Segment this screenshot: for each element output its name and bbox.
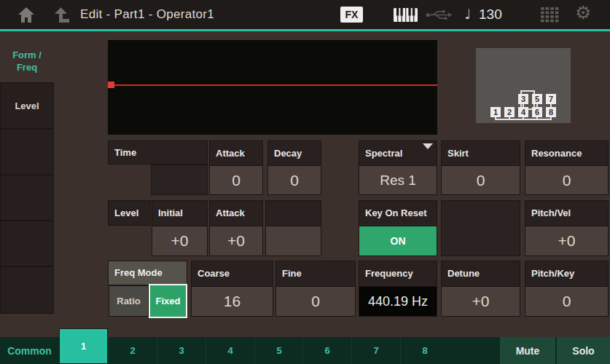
frequency-label: Frequency [359,261,437,287]
resonance-label: Resonance [525,141,608,166]
decay-time-label: Decay [268,141,321,166]
carrier-bus-line [495,119,552,120]
freq-mode-fixed-button[interactable]: Fixed [149,284,187,318]
operator-box-5: 5 [532,94,542,104]
time-section-label: Time [108,141,208,165]
level-section-label: Level [108,200,151,226]
sidebar-tab-empty-3 [0,221,54,266]
unlabeled-level-cell [265,200,321,256]
coarse-label: Coarse [192,261,273,287]
frequency-value[interactable]: 440.19 Hz [359,287,437,316]
operator-tab-8[interactable]: 8 [400,337,449,364]
mute-button[interactable]: Mute [498,337,555,364]
envelope-display[interactable] [108,40,437,135]
dropdown-arrow-icon [423,143,433,149]
attack-level-value[interactable]: +0 [210,226,262,256]
operator-tab-7[interactable]: 7 [351,337,400,364]
page-title: Edit - Part1 - Operator1 [80,0,214,29]
common-tab[interactable]: Common [0,337,59,364]
skirt-cell[interactable]: Skirt 0 [441,141,520,195]
key-on-reset-label: Key On Reset [359,201,437,226]
operator-tab-4[interactable]: 4 [206,337,254,364]
tempo-value[interactable]: 130 [479,7,502,23]
detune-value[interactable]: +0 [442,287,520,316]
initial-level-value[interactable]: +0 [152,226,207,256]
pitch-key-label: Pitch/Key [525,261,608,287]
algorithm-diagram[interactable]: 12468357 [476,48,571,123]
initial-level-cell[interactable]: Initial +0 [152,200,208,256]
pitch-vel-cell[interactable]: Pitch/Vel +0 [525,200,609,256]
operator-tab-2[interactable]: 2 [108,337,157,364]
envelope-curve [111,84,437,86]
solo-button[interactable]: Solo [555,337,610,364]
freq-mode-label: Freq Mode [108,261,187,285]
form-freq-label-line1: Form / [12,49,42,61]
resonance-cell[interactable]: Resonance 0 [525,141,609,195]
attack-time-value[interactable]: 0 [210,166,262,194]
sidebar-tab-empty-4 [0,266,54,314]
keyboard-icon[interactable] [394,8,418,22]
operator-box-2: 2 [504,107,515,117]
sidebar-tab-empty-2 [0,175,54,221]
operator-box-3: 3 [518,94,528,104]
envelope-handle[interactable] [108,82,114,88]
fine-value[interactable]: 0 [276,287,355,316]
key-on-reset-cell[interactable]: Key On Reset ON [359,200,437,256]
home-icon[interactable] [17,7,35,23]
form-freq-label-line2: Freq [17,61,37,74]
frequency-cell[interactable]: Frequency 440.19 Hz [359,261,437,317]
fine-cell[interactable]: Fine 0 [275,261,356,317]
spectral-cell[interactable]: Spectral Res 1 [359,141,437,195]
pitch-vel-label: Pitch/Vel [525,201,608,226]
usb-icon[interactable] [426,9,453,20]
pitch-vel-value[interactable]: +0 [525,226,608,256]
freq-mode-ratio-button[interactable]: Ratio [109,285,149,317]
operator-box-8: 8 [546,107,556,117]
tempo-note-icon[interactable]: ♩ [464,6,471,22]
decay-time-cell[interactable]: Decay 0 [267,141,321,195]
accent-divider [0,29,610,31]
exit-up-icon[interactable] [54,7,71,23]
attack-level-cell[interactable]: Attack +0 [209,200,263,256]
spectral-value[interactable]: Res 1 [359,166,437,194]
sidebar-tab-level[interactable]: Level [0,82,54,129]
operator-box-4: 4 [518,107,528,117]
attack-time-label: Attack [210,141,262,166]
operator-tab-6[interactable]: 6 [302,337,351,364]
attack-level-label: Attack [210,201,262,226]
attack-time-cell[interactable]: Attack 0 [209,141,263,195]
sidebar-tab-empty-1 [0,129,54,175]
operator-box-7: 7 [546,94,556,104]
pitch-key-cell[interactable]: Pitch/Key 0 [525,261,609,317]
coarse-value[interactable]: 16 [192,287,273,316]
empty-cell [441,200,520,256]
key-on-reset-toggle[interactable]: ON [359,226,437,256]
sidebar-tab-form-freq[interactable]: Form / Freq [0,39,54,83]
spectral-label: Spectral [359,141,437,166]
operator-box-1: 1 [490,107,501,117]
skirt-label: Skirt [442,141,520,166]
skirt-value[interactable]: 0 [442,166,520,194]
coarse-cell[interactable]: Coarse 16 [191,261,273,317]
time-empty-cell [151,165,208,195]
operator-box-6: 6 [532,107,542,117]
initial-level-label: Initial [152,201,207,226]
detune-cell[interactable]: Detune +0 [441,261,520,317]
operator-tab-5[interactable]: 5 [254,337,303,364]
decay-time-value[interactable]: 0 [268,166,321,194]
synth-edit-screen: Edit - Part1 - Operator1 FX [0,0,610,364]
detune-label: Detune [442,261,520,287]
operator-tab-3[interactable]: 3 [157,337,206,364]
resonance-value[interactable]: 0 [525,166,608,194]
top-bar: Edit - Part1 - Operator1 FX [0,0,610,29]
level-tab-label: Level [15,100,39,112]
fine-label: Fine [276,261,355,287]
bottom-bar: Common 12345678 Mute Solo [0,337,610,364]
operator-tab-1[interactable]: 1 [59,328,108,364]
settings-gear-icon[interactable]: ⚙ [575,2,591,23]
matrix-grid-icon[interactable] [541,7,560,23]
pitch-key-value[interactable]: 0 [525,287,608,316]
fx-button[interactable]: FX [340,7,363,23]
